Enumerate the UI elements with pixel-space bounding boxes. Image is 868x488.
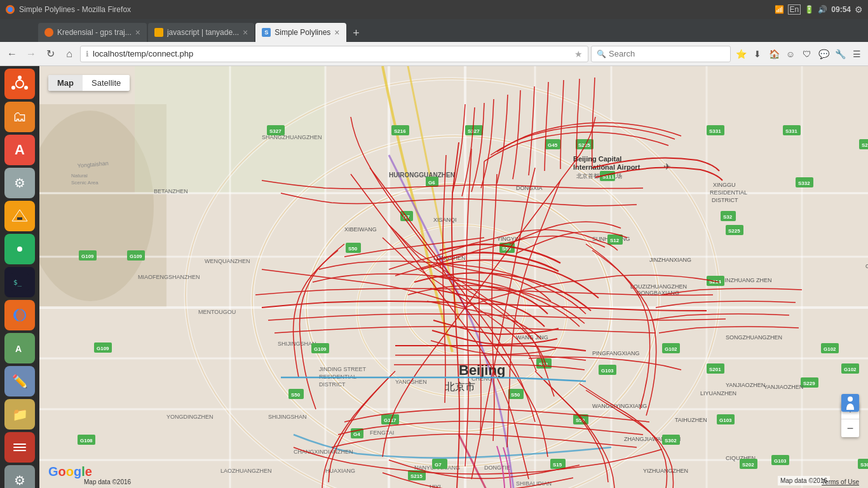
svg-text:G6: G6: [428, 180, 435, 186]
download-icon[interactable]: ⬇: [750, 46, 765, 62]
sidebar-item-folder[interactable]: 📁: [4, 399, 35, 430]
svg-text:JINDING STREET: JINDING STREET: [319, 366, 367, 372]
addon-icon[interactable]: 🔧: [832, 46, 848, 62]
tab-close-3[interactable]: ×: [334, 27, 339, 37]
map-type-satellite-button[interactable]: Satellite: [83, 75, 130, 91]
nav-icons: ⭐ ⬇ 🏠 ☺ 🛡 💬 🔧 ☰: [733, 46, 864, 62]
menu-button[interactable]: ☰: [849, 46, 864, 62]
sidebar-item-app[interactable]: [4, 234, 35, 264]
svg-text:Scenic Area: Scenic Area: [71, 180, 98, 186]
svg-text:S202: S202: [742, 462, 754, 468]
sidebar-item-software[interactable]: A: [4, 135, 35, 165]
androidstudio-icon: A: [11, 339, 29, 357]
navbar: ← → ↻ ⌂ ℹ ★ 🔍 ⭐ ⬇ 🏠 ☺ 🛡 💬 🔧 ☰: [0, 42, 868, 66]
svg-text:G4: G4: [353, 431, 360, 437]
svg-text:G108: G108: [80, 438, 93, 444]
svg-text:WANGSIYINGXIANG: WANGSIYINGXIANG: [592, 403, 647, 409]
sidebar-item-androidstudio[interactable]: A: [4, 333, 35, 363]
svg-text:S201: S201: [709, 367, 721, 372]
bookmark-icon[interactable]: ⭐: [733, 46, 749, 62]
svg-text:LOUZIZHUANGZHEN: LOUZIZHUANGZHEN: [630, 283, 687, 290]
tab-simple-polylines[interactable]: S Simple Polylines ×: [255, 23, 346, 42]
sidebar-item-vlc[interactable]: [4, 201, 35, 231]
google-g2: g: [74, 464, 81, 478]
forward-button[interactable]: →: [23, 46, 39, 62]
sidebar-item-dash[interactable]: [4, 432, 35, 463]
wifi-icon: 📶: [775, 5, 784, 14]
sidebar-item-system[interactable]: ⚙: [4, 465, 35, 488]
svg-text:XIBEIWANG: XIBEIWANG: [344, 226, 377, 233]
map-type-map-button[interactable]: Map: [48, 75, 83, 91]
green-app-icon: [11, 240, 29, 258]
svg-text:XINGGU: XINGGU: [713, 182, 736, 188]
sidebar-item-ubuntu[interactable]: [4, 69, 35, 99]
svg-rect-17: [13, 444, 26, 445]
svg-text:G103: G103: [774, 458, 787, 464]
bookmark-star[interactable]: ★: [574, 49, 583, 59]
svg-text:$_: $_: [13, 278, 22, 287]
tab-label-2: javascript | tanyade...: [167, 28, 239, 37]
map-data-text: Map data ©2016: [780, 477, 827, 484]
svg-text:XISANQI: XISANQI: [433, 217, 457, 223]
svg-text:S302: S302: [665, 438, 677, 444]
google-o1: o: [58, 464, 66, 478]
svg-point-6: [24, 86, 28, 90]
svg-text:S216: S216: [394, 128, 406, 134]
firefox-title-icon: [5, 4, 15, 15]
shield-icon[interactable]: 🛡: [799, 46, 815, 62]
svg-text:G103: G103: [601, 368, 614, 374]
svg-text:DONGTIE: DONGTIE: [484, 464, 510, 471]
svg-text:WENQUANZHEN: WENQUANZHEN: [205, 258, 250, 264]
sidebar-item-firefox[interactable]: [4, 300, 35, 330]
tab-close-1[interactable]: ×: [135, 27, 140, 37]
address-input[interactable]: [93, 49, 571, 58]
svg-rect-8: [17, 217, 22, 220]
new-tab-button[interactable]: +: [348, 24, 365, 42]
titlebar: Simple Polylines - Mozilla Firefox 📶 En …: [0, 0, 868, 19]
svg-point-1: [8, 7, 13, 12]
whatsapp-icon[interactable]: 💬: [816, 46, 831, 62]
svg-text:G102: G102: [844, 367, 857, 372]
battery-icon: 🔋: [804, 5, 814, 14]
svg-text:MENTOUGOU: MENTOUGOU: [198, 309, 236, 315]
sidebar-item-terminal[interactable]: $_: [4, 267, 35, 297]
google-logo: Google: [48, 464, 92, 479]
svg-text:G109: G109: [130, 254, 142, 259]
terms-of-use-link[interactable]: Terms of Use: [822, 478, 859, 485]
svg-text:FENGTAI: FENGTAI: [370, 430, 394, 436]
svg-text:G103: G103: [719, 417, 732, 423]
search-bar[interactable]: 🔍: [591, 46, 731, 62]
map-container[interactable]: Yongtaishan Natural Scenic Area: [39, 66, 868, 488]
pegman-button[interactable]: [841, 394, 859, 412]
svg-text:A: A: [15, 344, 22, 354]
zoom-out-button[interactable]: −: [841, 419, 859, 437]
svg-rect-18: [13, 447, 26, 448]
tab-kredensial[interactable]: Kredensial - gps traj... ×: [38, 23, 147, 42]
vlc-icon: [11, 207, 29, 225]
address-bar[interactable]: ℹ ★: [80, 46, 588, 62]
home-button[interactable]: ⌂: [61, 46, 78, 62]
svg-text:S327: S327: [468, 128, 480, 134]
svg-text:LAOZHUANGZHEN: LAOZHUANGZHEN: [220, 468, 272, 474]
svg-text:S50: S50: [291, 392, 301, 398]
back-button[interactable]: ←: [4, 46, 20, 62]
dash-icon: [11, 438, 29, 456]
home-nav-icon[interactable]: 🏠: [766, 46, 782, 62]
reload-button[interactable]: ↻: [42, 46, 58, 62]
power-icon: ⚙: [855, 4, 863, 15]
pegman-icon: [844, 396, 856, 410]
editor-icon: ✏️: [12, 374, 28, 389]
face-icon[interactable]: ☺: [783, 46, 798, 62]
svg-text:SHIJINGSHAN: SHIJINGSHAN: [268, 414, 307, 420]
svg-text:RESIDENTIAL: RESIDENTIAL: [710, 189, 747, 196]
sidebar-item-editor[interactable]: ✏️: [4, 366, 35, 396]
terminal-icon: $_: [11, 273, 29, 291]
sidebar-item-files[interactable]: 🗂: [4, 102, 35, 132]
tab-close-2[interactable]: ×: [243, 27, 248, 37]
tab-javascript[interactable]: javascript | tanyade... ×: [148, 23, 254, 42]
sidebar-item-settings[interactable]: ⚙: [4, 168, 35, 198]
search-input[interactable]: [609, 49, 725, 58]
svg-text:G45: G45: [548, 142, 558, 148]
clock: 09:54: [831, 5, 851, 14]
svg-text:SHIJINGSHAN: SHIJINGSHAN: [278, 341, 316, 347]
